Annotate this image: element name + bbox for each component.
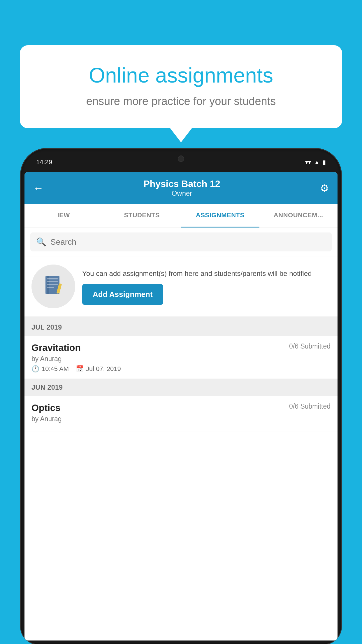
wifi-icon: ▾▾	[305, 159, 311, 166]
assignment-top-row-optics: Optics 0/6 Submitted	[31, 402, 331, 413]
info-text: You can add assignment(s) from here and …	[82, 268, 331, 279]
speech-bubble: Online assignments ensure more practice …	[20, 45, 342, 128]
svg-rect-2	[47, 278, 58, 279]
status-icons: ▾▾ ▲ ▮	[305, 159, 326, 166]
phone-notch	[158, 152, 204, 165]
back-button[interactable]: ←	[33, 182, 44, 194]
app-bar-subtitle: Owner	[143, 189, 220, 197]
settings-icon[interactable]: ⚙	[320, 182, 329, 194]
speech-bubble-container: Online assignments ensure more practice …	[20, 45, 342, 128]
search-input[interactable]	[50, 237, 326, 247]
phone-frame: 14:29 ▾▾ ▲ ▮ ← Physics Batch 12 Owner ⚙ …	[21, 149, 341, 644]
tab-assignments[interactable]: ASSIGNMENTS	[181, 204, 259, 228]
search-input-wrapper[interactable]: 🔍	[30, 232, 332, 251]
assignment-top-row: Gravitation 0/6 Submitted	[31, 342, 331, 353]
svg-rect-5	[47, 287, 54, 288]
app-bar: ← Physics Batch 12 Owner ⚙	[24, 172, 338, 204]
status-bar: 14:29 ▾▾ ▲ ▮	[24, 152, 338, 172]
phone-screen: ← Physics Batch 12 Owner ⚙ IEW STUDENTS …	[24, 172, 338, 640]
assignment-title: Gravitation	[31, 342, 81, 353]
speech-bubble-title: Online assignments	[40, 63, 322, 88]
notebook-icon	[43, 275, 64, 298]
tab-students[interactable]: STUDENTS	[103, 204, 181, 228]
assignment-author-optics: by Anurag	[31, 415, 331, 423]
svg-rect-4	[47, 284, 58, 285]
meta-time: 🕐 10:45 AM	[31, 365, 69, 373]
assignment-item-gravitation[interactable]: Gravitation 0/6 Submitted by Anurag 🕐 10…	[24, 336, 338, 379]
assignment-meta: 🕐 10:45 AM 📅 Jul 07, 2019	[31, 365, 331, 373]
assignment-title-optics: Optics	[31, 402, 61, 413]
assignment-submitted-optics: 0/6 Submitted	[289, 402, 331, 410]
camera	[178, 155, 184, 162]
signal-icon: ▲	[314, 159, 320, 166]
info-content: You can add assignment(s) from here and …	[82, 268, 331, 305]
section-header-jun: JUN 2019	[24, 379, 338, 396]
info-icon-circle	[31, 265, 75, 308]
search-container: 🔍	[24, 228, 338, 256]
calendar-icon: 📅	[76, 365, 84, 373]
search-icon: 🔍	[36, 237, 46, 247]
svg-rect-3	[47, 281, 58, 282]
status-time: 14:29	[36, 158, 52, 166]
clock-icon: 🕐	[31, 365, 39, 373]
meta-date: 📅 Jul 07, 2019	[76, 365, 121, 373]
assignment-item-optics[interactable]: Optics 0/6 Submitted by Anurag	[24, 396, 338, 431]
add-assignment-button[interactable]: Add Assignment	[82, 284, 163, 305]
speech-bubble-subtitle: ensure more practice for your students	[40, 94, 322, 109]
assignment-submitted: 0/6 Submitted	[289, 342, 331, 350]
app-bar-title-area: Physics Batch 12 Owner	[143, 178, 220, 197]
battery-icon: ▮	[323, 159, 326, 166]
tab-announcements[interactable]: ANNOUNCEM...	[259, 204, 338, 228]
section-header-jul: JUL 2019	[24, 319, 338, 336]
app-bar-title: Physics Batch 12	[143, 178, 220, 189]
info-box: You can add assignment(s) from here and …	[24, 256, 338, 319]
tabs-container: IEW STUDENTS ASSIGNMENTS ANNOUNCEM...	[24, 204, 338, 228]
assignment-author: by Anurag	[31, 355, 331, 363]
tab-iew[interactable]: IEW	[24, 204, 103, 228]
